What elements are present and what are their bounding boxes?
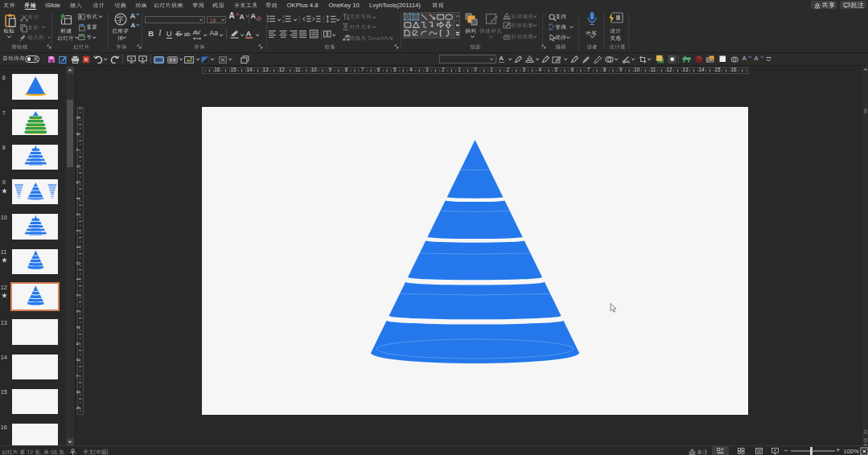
svg-text:11: 11: [650, 67, 656, 72]
svg-text:0: 0: [76, 261, 81, 264]
svg-text:14: 14: [247, 67, 253, 72]
svg-text:6: 6: [571, 67, 574, 72]
svg-text:4: 4: [76, 326, 81, 329]
svg-text:16: 16: [731, 67, 738, 72]
svg-text:0: 0: [474, 67, 477, 72]
svg-text:12: 12: [279, 67, 286, 72]
svg-text:7: 7: [587, 67, 590, 72]
svg-text:10: 10: [634, 67, 640, 72]
svg-text:1: 1: [76, 277, 81, 281]
svg-text:5: 5: [76, 342, 81, 345]
svg-text:8: 8: [603, 67, 607, 72]
svg-text:1: 1: [76, 245, 81, 248]
svg-text:3: 3: [426, 67, 429, 72]
svg-text:8: 8: [345, 67, 348, 72]
svg-text:1: 1: [490, 67, 493, 72]
svg-text:13: 13: [682, 67, 689, 72]
svg-text:9: 9: [619, 67, 623, 72]
svg-text:9: 9: [329, 67, 332, 72]
svg-text:7: 7: [76, 374, 81, 377]
svg-text:13: 13: [263, 67, 269, 72]
svg-text:3: 3: [76, 213, 81, 216]
svg-text:3: 3: [522, 67, 525, 72]
svg-text:8: 8: [76, 391, 81, 394]
svg-text:5: 5: [555, 67, 558, 72]
svg-text:8: 8: [76, 132, 81, 135]
svg-text:15: 15: [715, 67, 722, 72]
svg-text:16: 16: [214, 67, 220, 72]
svg-text:7: 7: [76, 148, 81, 151]
svg-text:5: 5: [393, 67, 397, 72]
svg-text:3: 3: [76, 309, 81, 313]
svg-text:10: 10: [311, 67, 318, 72]
svg-text:2: 2: [506, 67, 509, 72]
svg-text:9: 9: [76, 116, 81, 119]
svg-text:1: 1: [458, 67, 461, 72]
svg-text:2: 2: [442, 67, 445, 72]
svg-text:4: 4: [539, 67, 542, 72]
svg-text:4: 4: [76, 197, 81, 200]
svg-text:12: 12: [666, 67, 673, 72]
svg-text:6: 6: [76, 358, 81, 361]
svg-text:6: 6: [76, 165, 81, 168]
svg-text:11: 11: [295, 67, 301, 72]
svg-text:5: 5: [76, 181, 81, 184]
svg-text:6: 6: [377, 67, 381, 72]
svg-text:2: 2: [76, 293, 81, 297]
svg-text:4: 4: [409, 67, 413, 72]
svg-text:7: 7: [361, 67, 364, 72]
svg-text:2: 2: [76, 229, 81, 232]
svg-text:9: 9: [76, 407, 81, 410]
svg-text:15: 15: [230, 67, 237, 72]
svg-text:14: 14: [698, 67, 705, 72]
